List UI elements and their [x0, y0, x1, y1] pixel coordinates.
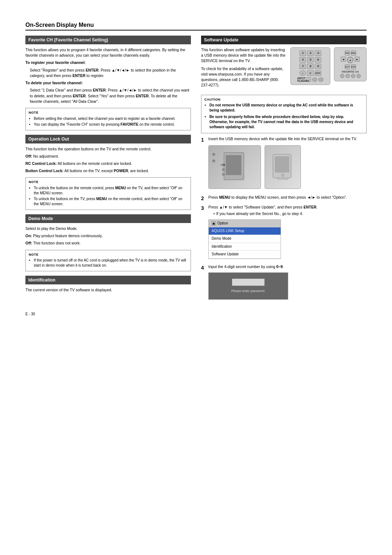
favorite-ch-header: Favorite CH (Favorite Channel Setting): [25, 36, 191, 44]
delete-label: To delete your favorite channel:: [25, 81, 83, 85]
remote-menu-btn: MNU: [351, 50, 356, 56]
page-title: On-Screen Display Menu: [25, 22, 94, 28]
remote-btn-1: ①: [299, 50, 306, 56]
step-2-num: 2: [201, 195, 206, 202]
note-item: To unlock the buttons on the TV, press M…: [34, 197, 188, 207]
remote-btn-dot: •: [299, 70, 306, 76]
software-intro-text: This function allows software updates by…: [201, 47, 286, 92]
remote-fav-row: [340, 74, 361, 78]
remote-fav-d: [356, 74, 361, 78]
tv-side-svg: [220, 151, 249, 183]
remote-btn-8: ⑧: [307, 64, 314, 69]
menu-item-software-update: Software Update: [209, 251, 281, 259]
menu-item-demo: Demo Mode: [209, 235, 281, 243]
remote-btn-circle2: [318, 77, 323, 82]
step-3-content: Press ▲/▼ to select "Software Update", a…: [208, 204, 367, 262]
off-label: Off:: [25, 154, 32, 158]
footer-page: E - 30: [25, 312, 35, 316]
remote-fav-b: [346, 74, 350, 78]
remote-btn-3: ③: [315, 50, 321, 56]
remote-btn-6: ⑥: [315, 57, 321, 62]
favorite-ch-label: FAVORITE CH: [342, 70, 359, 73]
remote-enter: ●: [347, 57, 354, 63]
tv-right-svg: [270, 153, 295, 182]
remote-exit-row: EXT RTN: [345, 64, 356, 69]
remote-freeze: FRZ: [345, 50, 350, 56]
remote-visuals: ① ② ③ ④ ⑤ ⑥ ⑦ ⑧ ⑨ • 0: [290, 47, 367, 92]
remote-fav-a: [340, 74, 344, 78]
off-text: No adjustment.: [33, 154, 59, 158]
demo-on-text: Play product feature demos continuously.: [33, 234, 103, 238]
step-3: 3 Press ▲/▼ to select "Software Update",…: [201, 204, 367, 262]
remote-btn-circle1: [312, 77, 317, 82]
note-item: If the power is turned off or the AC cor…: [34, 258, 188, 268]
remote-btn-4: ④: [299, 57, 306, 62]
remote-btn-0: 0: [307, 70, 314, 76]
step-4-num: 4: [201, 264, 206, 303]
left-column: Favorite CH (Favorite Channel Setting) T…: [25, 36, 191, 305]
remote-top-row: FRZ MNU: [345, 50, 356, 56]
menu-item-aquos: AQUOS LINK Setup: [209, 227, 281, 235]
svg-point-9: [281, 174, 284, 177]
identification-section: Identification The current version of th…: [25, 276, 191, 293]
step-1-text: Insert the USB memory device with the up…: [208, 137, 357, 141]
step-1-content: Insert the USB memory device with the up…: [208, 136, 367, 193]
password-screenshot: Please enter password.: [208, 272, 288, 300]
remote-btn-input: INPUT FLASHBK: [297, 77, 311, 82]
note-item: Before setting the channel, select the c…: [34, 116, 188, 121]
step-4-content: Input the 4-digit secret number by using…: [208, 264, 367, 303]
menu-title-text: Option: [217, 221, 228, 226]
step-2: 2 Press MENU to display the MENU screen,…: [201, 195, 367, 202]
favorite-ch-note-list: Before setting the channel, select the c…: [29, 116, 188, 127]
step-4-text: Input the 4-digit secret number by using…: [208, 264, 284, 269]
remote-return: RTN: [351, 64, 356, 69]
footer: E - 30: [25, 312, 367, 316]
register-text: Select "Register" and then press ENTER. …: [25, 68, 191, 78]
note-item: You can display the "Favorite CH" screen…: [34, 122, 188, 127]
step-1: 1 Insert the USB memory device with the …: [201, 136, 367, 193]
remote-right: FRZ MNU ◄ ● ► EXT RTN FAVORITE CH: [334, 47, 367, 81]
tv-right-image: [265, 145, 301, 189]
caution-list: Do not remove the USB memory device or u…: [204, 103, 363, 130]
identification-body: The current version of the TV software i…: [25, 287, 191, 293]
software-caution: CAUTION Do not remove the USB memory dev…: [201, 95, 367, 134]
remote-btn-ent: ENT: [315, 70, 321, 76]
operation-lockout-header: Operation Lock Out: [25, 135, 191, 143]
remote-fav-c: [351, 74, 355, 78]
two-column-layout: Favorite CH (Favorite Channel Setting) T…: [25, 36, 367, 305]
menu-item-identification: Identification: [209, 243, 281, 251]
favorite-ch-section: Favorite CH (Favorite Channel Setting) T…: [25, 36, 191, 130]
delete-text: Select "1 Data Clear" and then press ENT…: [25, 88, 191, 104]
remote-arrow-r: ►: [355, 57, 360, 62]
operation-lockout-note: NOTE To unlock the buttons on the remote…: [25, 177, 191, 210]
rc-lock-text: All buttons on the remote control are lo…: [58, 161, 132, 166]
password-input-field: [232, 279, 265, 286]
software-intro-area: This function allows software updates by…: [201, 47, 367, 92]
page-container: On-Screen Display Menu Favorite CH (Favo…: [25, 22, 367, 316]
remote-bottom-row: • 0 ENT: [299, 70, 321, 76]
right-column: Software Update This function allows sof…: [201, 36, 367, 305]
remote-left: ① ② ③ ④ ⑤ ⑥ ⑦ ⑧ ⑨ • 0: [290, 47, 330, 85]
demo-on-label: On:: [25, 234, 32, 238]
operation-lockout-note-list: To unlock the buttons on the remote cont…: [29, 186, 188, 207]
svg-rect-3: [222, 173, 225, 176]
btn-lock-label: Button Control Lock:: [25, 169, 64, 173]
demo-off-text: This function does not work.: [33, 241, 81, 245]
rc-lock-label: RC Control Lock:: [25, 161, 57, 166]
step-2-content: Press MENU to display the MENU screen, a…: [208, 195, 367, 202]
menu-screenshot: ▣ Option AQUOS LINK Setup Demo Mode Iden…: [208, 219, 281, 259]
tv-images: [208, 145, 367, 189]
step-3-bullet: •If you have already set the Secret No.,…: [213, 211, 367, 216]
step-4: 4 Input the 4-digit secret number by usi…: [201, 264, 367, 303]
register-label: To register your favorite channel:: [25, 60, 86, 65]
operation-lockout-section: Operation Lock Out This function locks t…: [25, 135, 191, 210]
remote-numpad: ① ② ③ ④ ⑤ ⑥ ⑦ ⑧ ⑨: [299, 50, 321, 69]
demo-mode-body: Select to play the Demo Mode. On: Play p…: [25, 226, 191, 246]
remote-input-row: INPUT FLASHBK: [297, 77, 323, 82]
step-3-bullet-text: If you have already set the Secret No., …: [216, 211, 303, 216]
identification-header: Identification: [25, 276, 191, 284]
demo-mode-section: Demo Mode Select to play the Demo Mode. …: [25, 214, 191, 271]
step-2-text: Press MENU to display the MENU screen, a…: [208, 195, 347, 199]
demo-mode-note: NOTE If the power is turned off or the A…: [25, 250, 191, 272]
demo-mode-header: Demo Mode: [25, 214, 191, 223]
